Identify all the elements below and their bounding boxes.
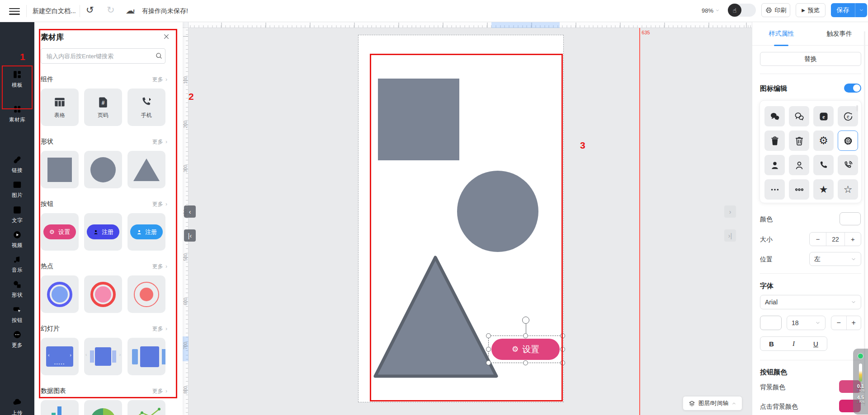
undo-icon[interactable]: ↺ — [86, 5, 94, 15]
icon-option-star-outline[interactable]: ☆ — [838, 179, 858, 200]
rotate-handle[interactable] — [522, 317, 529, 324]
section-more-link[interactable]: 更多 › — [152, 325, 167, 333]
menu-icon[interactable] — [9, 6, 20, 15]
section-more-link[interactable]: 更多 › — [152, 263, 167, 270]
library-item-表格[interactable]: 表格 — [41, 89, 79, 126]
sidebar-item-video[interactable]: 视频 — [0, 230, 34, 249]
resize-handle[interactable] — [523, 333, 528, 338]
icon-option-wechat-outline[interactable] — [789, 106, 809, 126]
library-item-手机[interactable]: 手机 — [127, 89, 165, 126]
search-input[interactable] — [41, 48, 165, 64]
icon-color-swatch[interactable] — [840, 212, 861, 225]
resize-handle[interactable] — [486, 360, 491, 365]
section-more-link[interactable]: 更多 › — [152, 138, 167, 146]
position-select[interactable]: 左 — [809, 252, 861, 266]
sidebar-item-music[interactable]: 音乐 — [0, 255, 34, 274]
library-chart-line[interactable] — [127, 400, 165, 415]
size-value[interactable]: 22 — [826, 233, 844, 246]
icon-option-gear-outline[interactable] — [838, 131, 858, 151]
resize-handle[interactable] — [560, 360, 565, 365]
resize-handle[interactable] — [486, 333, 491, 338]
library-button-注册[interactable]: 注册 — [127, 213, 165, 251]
document-title[interactable]: 新建空白文档... — [33, 7, 76, 15]
sidebar-item-shape[interactable]: 形状 — [0, 280, 34, 298]
icon-option-person-outline[interactable] — [789, 155, 809, 175]
icon-option-person-filled[interactable] — [764, 155, 785, 175]
library-hotspot[interactable] — [41, 275, 79, 313]
underline-button[interactable]: U — [805, 337, 827, 350]
icon-option-phone-outline[interactable] — [838, 155, 858, 175]
section-more-link[interactable]: 更多 › — [152, 387, 167, 395]
library-slideshow[interactable] — [127, 338, 165, 375]
print-button[interactable]: 印刷 — [761, 3, 790, 17]
library-hotspot[interactable] — [84, 275, 122, 313]
sidebar-item-button[interactable]: 按钮 — [0, 305, 34, 324]
library-shape-circle[interactable] — [84, 151, 122, 188]
font-family-select[interactable]: Arial — [760, 295, 861, 309]
italic-button[interactable]: I — [783, 337, 805, 350]
resize-handle[interactable] — [560, 347, 565, 352]
font-size-select[interactable]: 18 — [787, 316, 826, 330]
icon-option-phone-filled[interactable] — [813, 155, 834, 175]
search-icon[interactable] — [155, 52, 163, 60]
icon-option-ellipsis-filled[interactable] — [764, 179, 785, 200]
sidebar-item-more[interactable]: 更多 — [0, 330, 34, 349]
gradient-slider[interactable] — [859, 364, 862, 382]
icon-option-eqxiu-outline[interactable]: e — [838, 106, 858, 126]
icon-option-eqxiu-filled[interactable]: e — [813, 106, 834, 126]
close-icon[interactable] — [163, 33, 170, 40]
resize-handle[interactable] — [523, 360, 528, 365]
collapse-panel-button[interactable]: ‹ — [184, 205, 196, 218]
canvas-circle-shape[interactable] — [457, 171, 538, 252]
library-chart-pie[interactable] — [84, 400, 122, 415]
canvas-triangle-shape[interactable] — [371, 252, 502, 380]
section-more-link[interactable]: 更多 › — [152, 201, 167, 208]
expand-right-button[interactable]: › — [724, 205, 736, 218]
save-more-button[interactable] — [855, 3, 867, 17]
sidebar-item-text[interactable]: 文字 — [0, 205, 34, 224]
resize-handle[interactable] — [486, 347, 491, 352]
layers-timeline-toggle[interactable]: 图层/时间轴 — [683, 396, 742, 410]
expand-right-to-edge-button[interactable]: ›| — [724, 229, 736, 242]
sidebar-item-assets[interactable]: 素材库 — [0, 104, 34, 123]
bold-button[interactable]: B — [760, 337, 783, 350]
font-size-decrease-button[interactable]: − — [831, 316, 846, 330]
collapse-panel-to-edge-button[interactable]: |‹ — [184, 229, 196, 242]
size-decrease-button[interactable]: − — [810, 233, 826, 246]
preview-button[interactable]: ▶预览 — [796, 3, 826, 17]
size-increase-button[interactable]: + — [844, 233, 861, 246]
library-button-设置[interactable]: ⚙设置 — [41, 213, 79, 251]
icon-option-trash-filled[interactable] — [764, 131, 785, 151]
library-chart-bar[interactable] — [41, 400, 79, 415]
tab-style-properties[interactable]: 样式属性 — [752, 22, 811, 45]
redo-icon[interactable]: ↻ — [107, 5, 115, 15]
save-button[interactable]: 保存 — [831, 3, 855, 17]
replace-button[interactable]: 替换 — [760, 52, 861, 66]
section-more-link[interactable]: 更多 › — [152, 76, 167, 84]
icon-edit-toggle[interactable] — [844, 84, 861, 93]
icon-option-star-filled[interactable]: ★ — [813, 179, 834, 200]
guide-line[interactable] — [639, 28, 640, 415]
library-hotspot[interactable] — [127, 275, 165, 313]
sidebar-item-template[interactable]: 模板 — [0, 70, 34, 89]
canvas-square-shape[interactable] — [378, 79, 459, 160]
font-color-swatch[interactable] — [760, 316, 782, 330]
resize-handle[interactable] — [560, 333, 565, 338]
icon-option-wechat-filled[interactable] — [764, 106, 785, 126]
sidebar-item-image[interactable]: 图片 — [0, 180, 34, 199]
icon-option-gear-filled[interactable]: ⚙ — [813, 131, 834, 151]
library-button-注册[interactable]: 注册 — [84, 213, 122, 251]
hand-tool-toggle[interactable]: ☝ — [728, 4, 756, 17]
icon-option-ellipsis-outline[interactable] — [789, 179, 809, 200]
sidebar-item-link[interactable]: 链接 — [0, 155, 34, 174]
library-shape-square[interactable] — [41, 151, 79, 188]
library-shape-triangle[interactable] — [127, 151, 165, 188]
library-item-页码[interactable]: #页码 — [84, 89, 122, 126]
library-slideshow[interactable]: ‹›••••• — [41, 338, 79, 375]
zoom-level-dropdown[interactable]: 98% — [702, 7, 720, 14]
library-slideshow[interactable]: ‹› — [84, 338, 122, 375]
icon-option-trash-outline[interactable] — [789, 131, 809, 151]
sidebar-item-upload[interactable]: 上传 — [0, 397, 34, 415]
font-size-increase-button[interactable]: + — [846, 316, 861, 330]
tab-trigger-events[interactable]: 触发事件 — [811, 22, 868, 45]
